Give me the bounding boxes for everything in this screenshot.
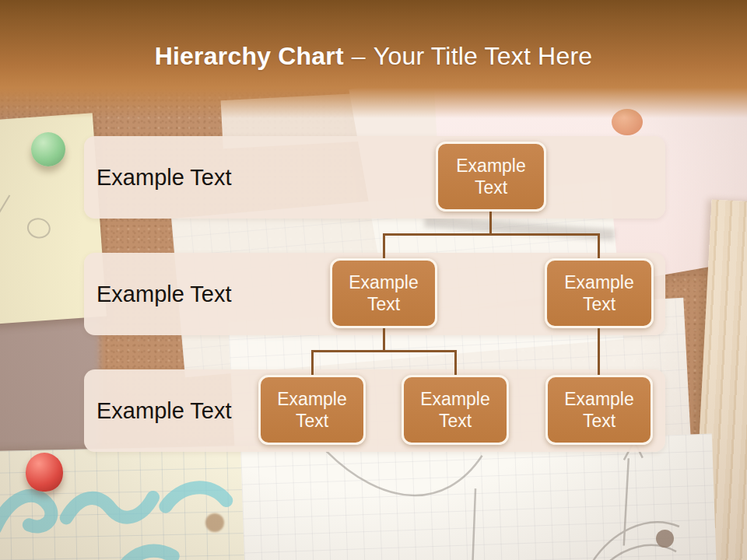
slide-title-subtitle: Your Title Text Here (374, 42, 592, 70)
node-text: Example Text (415, 388, 496, 432)
red-pushpin (26, 453, 63, 492)
connector-level2-crossbar (383, 233, 600, 236)
connector-to-level3-c (598, 327, 600, 375)
node-text: Example Text (451, 155, 531, 198)
slide-title-dash: – (352, 42, 366, 70)
connector-to-level2-right (598, 233, 600, 259)
connector-to-level3-b (454, 350, 457, 376)
connector-to-level2-left (383, 233, 385, 259)
connector-level2-left-drop (383, 327, 385, 352)
connector-level3-crossbar (311, 350, 457, 352)
slide-title[interactable]: Hierarchy Chart–Your Title Text Here (0, 42, 747, 71)
hierarchy-node-level3-c[interactable]: Example Text (545, 375, 653, 445)
row-label-level-2[interactable]: Example Text (96, 278, 283, 310)
node-text: Example Text (559, 388, 640, 432)
hierarchy-node-level2-right[interactable]: Example Text (545, 258, 654, 328)
connector-to-level3-a (311, 350, 314, 376)
node-text: Example Text (559, 271, 640, 315)
node-text: Example Text (272, 388, 352, 432)
hierarchy-node-level2-left[interactable]: Example Text (330, 258, 437, 328)
hierarchy-node-level3-a[interactable]: Example Text (258, 375, 366, 445)
node-text: Example Text (343, 271, 424, 315)
hierarchy-node-level3-b[interactable]: Example Text (402, 375, 509, 445)
hierarchy-node-root[interactable]: Example Text (436, 142, 546, 212)
row-label-level-3[interactable]: Example Text (96, 394, 283, 427)
slide-title-main: Hierarchy Chart (155, 42, 344, 70)
connector-root-drop (489, 212, 492, 235)
row-label-level-1[interactable]: Example Text (96, 161, 283, 194)
